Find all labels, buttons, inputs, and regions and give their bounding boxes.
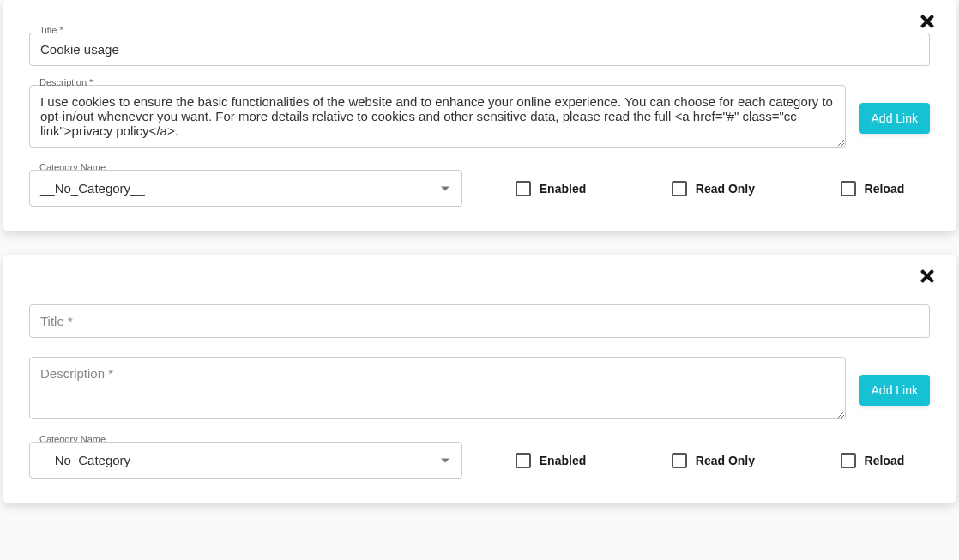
checkbox-icon: [516, 453, 531, 468]
close-icon[interactable]: [918, 12, 937, 31]
title-field: Title *: [29, 33, 930, 66]
description-row: Add Link: [29, 357, 930, 423]
add-link-button[interactable]: Add Link: [859, 375, 930, 406]
description-textarea[interactable]: [29, 357, 846, 419]
options-row: Category Name __No_Category__ Enabled Re…: [29, 170, 930, 207]
settings-block: Add Link Category Name __No_Category__ E…: [3, 255, 956, 503]
add-link-button[interactable]: Add Link: [859, 103, 930, 134]
read-only-checkbox[interactable]: Read Only: [672, 453, 755, 468]
checkbox-icon: [672, 453, 687, 468]
category-select[interactable]: __No_Category__: [29, 170, 462, 207]
chevron-down-icon: [441, 458, 449, 462]
reload-label: Reload: [865, 454, 905, 467]
enabled-checkbox[interactable]: Enabled: [516, 453, 586, 468]
read-only-checkbox[interactable]: Read Only: [672, 181, 755, 196]
chevron-down-icon: [441, 186, 449, 190]
reload-checkbox[interactable]: Reload: [841, 453, 905, 468]
enabled-label: Enabled: [540, 182, 586, 196]
checkbox-icon: [516, 181, 531, 196]
description-row: Description * I use cookies to ensure th…: [29, 85, 930, 151]
enabled-label: Enabled: [540, 454, 586, 467]
checkbox-icon: [841, 453, 856, 468]
description-textarea[interactable]: I use cookies to ensure the basic functi…: [29, 85, 846, 148]
reload-checkbox[interactable]: Reload: [841, 181, 905, 196]
category-value: __No_Category__: [40, 453, 145, 467]
checkbox-icon: [672, 181, 687, 196]
title-field: [29, 304, 930, 338]
options-row: Category Name __No_Category__ Enabled Re…: [29, 442, 930, 479]
close-icon[interactable]: [918, 267, 937, 286]
reload-label: Reload: [865, 182, 905, 196]
category-field: Category Name __No_Category__: [29, 442, 462, 479]
category-field: Category Name __No_Category__: [29, 170, 462, 207]
title-input[interactable]: [29, 33, 930, 66]
settings-block: Title * Description * I use cookies to e…: [3, 0, 956, 231]
category-value: __No_Category__: [40, 181, 145, 196]
checkbox-icon: [841, 181, 856, 196]
title-input[interactable]: [29, 304, 930, 338]
read-only-label: Read Only: [696, 454, 755, 467]
read-only-label: Read Only: [696, 182, 755, 196]
category-select[interactable]: __No_Category__: [29, 442, 462, 479]
enabled-checkbox[interactable]: Enabled: [516, 181, 586, 196]
